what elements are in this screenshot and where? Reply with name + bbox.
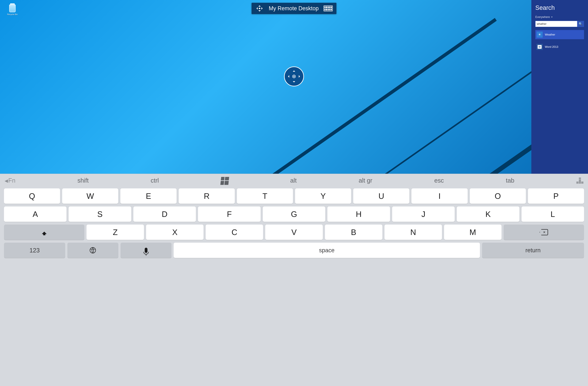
altgr-modifier[interactable]: alt gr [357,176,374,185]
blocks-icon [576,177,583,184]
search-result-weather[interactable]: ☀ Weather [535,30,584,39]
backspace-icon [540,229,548,235]
search-box: 🔍 [535,21,584,27]
microphone-icon [145,248,147,253]
onscreen-keyboard: ◂ Fn shift ctrl alt alt gr esc tab Q W E… [0,174,588,386]
windows-logo-icon [220,177,229,184]
return-key[interactable]: return [482,243,584,258]
key-s[interactable]: S [69,207,131,222]
key-p[interactable]: P [528,188,584,204]
search-scope-label: Everywhere [535,16,550,19]
key-row-4: 123 space return [4,243,584,258]
extra-keys-toggle[interactable] [575,177,585,184]
key-w[interactable]: W [62,188,118,204]
search-result-label: Weather [545,33,555,36]
fn-toggle[interactable]: ◂ Fn [3,176,17,185]
globe-icon [90,247,96,253]
key-m[interactable]: M [444,225,502,240]
key-g[interactable]: G [263,207,325,222]
shift-modifier[interactable]: shift [76,176,90,185]
key-h[interactable]: H [327,207,390,222]
key-l[interactable]: L [522,207,584,222]
windows-key[interactable] [219,176,230,185]
key-f[interactable]: F [198,207,260,222]
alt-modifier[interactable]: alt [289,176,298,185]
search-icon: 🔍 [579,22,583,26]
esc-key[interactable]: esc [433,176,445,185]
key-x[interactable]: X [146,225,204,240]
keyboard-toggle-icon[interactable] [324,5,333,11]
cursor-dpad[interactable] [284,66,304,86]
search-result-label: Word 2013 [545,45,558,48]
search-button[interactable]: 🔍 [577,21,584,27]
recycle-bin-desktop-icon[interactable]: Recycle Bin [7,5,18,16]
key-t[interactable]: T [237,188,293,204]
trash-icon [9,5,16,12]
key-u[interactable]: U [353,188,409,204]
ctrl-modifier[interactable]: ctrl [149,176,160,185]
search-result-word[interactable]: W Word 2013 [535,42,584,51]
word-app-icon: W [537,44,543,50]
wallpaper-stripe [153,18,497,174]
connection-title: My Remote Desktop [269,5,319,12]
dictation-key[interactable] [121,243,171,258]
key-d[interactable]: D [133,207,196,222]
letter-key-rows: Q W E R T Y U I O P A S D F G H J K L [0,187,588,386]
key-row-2: A S D F G H J K L [4,207,584,222]
key-e[interactable]: E [120,188,176,204]
key-row-3: Z X C V B N M [4,225,584,240]
key-c[interactable]: C [206,225,263,240]
weather-app-icon: ☀ [537,32,543,38]
key-v[interactable]: V [265,225,323,240]
search-heading: Search [535,4,584,11]
key-a[interactable]: A [4,207,66,222]
shift-key[interactable] [4,225,84,240]
key-k[interactable]: K [457,207,519,222]
remote-desktop-toolbar[interactable]: My Remote Desktop [252,3,336,14]
fn-label: Fn [8,177,16,184]
windows-search-charm: Search Everywhere 🔍 ☀ Weather W Word 201… [531,0,588,174]
key-o[interactable]: O [470,188,526,204]
modifier-row: ◂ Fn shift ctrl alt alt gr esc tab [0,174,588,187]
search-input[interactable] [535,21,577,27]
key-q[interactable]: Q [4,188,60,204]
globe-key[interactable] [67,243,118,258]
key-r[interactable]: R [179,188,235,204]
key-i[interactable]: I [411,188,467,204]
key-j[interactable]: J [392,207,455,222]
pan-controls-icon[interactable] [255,4,264,13]
tab-key[interactable]: tab [504,176,516,185]
remote-desktop-viewport[interactable]: Recycle Bin My Remote Desktop Search Eve… [0,0,588,174]
key-z[interactable]: Z [86,225,144,240]
search-scope-dropdown[interactable]: Everywhere [535,16,584,19]
backspace-key[interactable] [504,225,584,240]
key-n[interactable]: N [384,225,442,240]
recycle-bin-label: Recycle Bin [7,13,18,16]
numbers-key[interactable]: 123 [4,243,65,258]
chevron-down-icon [551,17,553,18]
key-row-1: Q W E R T Y U I O P [4,188,584,204]
key-b[interactable]: B [325,225,382,240]
caret-left-icon: ◂ [5,177,8,184]
key-y[interactable]: Y [295,188,351,204]
space-key[interactable]: space [174,243,480,258]
shift-arrow-icon [41,229,47,235]
